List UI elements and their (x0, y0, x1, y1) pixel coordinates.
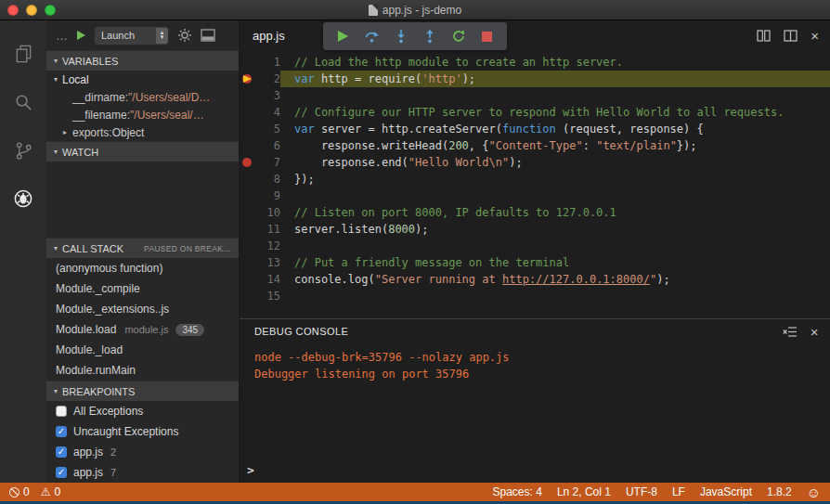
breakpoint-row[interactable]: ✓Uncaught Exceptions (46, 421, 239, 442)
breakpoint-gutter[interactable] (240, 271, 256, 288)
breakpoint-gutter[interactable] (240, 71, 256, 87)
split-editor-icon[interactable] (757, 30, 771, 42)
stop-button[interactable] (474, 24, 499, 48)
breakpoint-gutter[interactable] (240, 137, 256, 154)
breakpoints-section-title: BREAKPOINTS (62, 386, 135, 397)
code-text[interactable] (280, 187, 830, 204)
close-editor-icon[interactable]: × (811, 29, 819, 43)
launch-config-select[interactable]: Launch ▲ ▼ (94, 26, 169, 45)
call-stack-frame[interactable]: Module.loadmodule.js345 (46, 319, 239, 340)
call-stack-frame[interactable]: Module.runMain (46, 360, 239, 381)
breakpoint-checkbox[interactable]: ✓ (56, 446, 67, 458)
step-out-button[interactable] (417, 24, 442, 48)
code-text[interactable]: server.listen(8000); (280, 221, 830, 238)
breakpoint-gutter[interactable] (240, 221, 256, 238)
code-token: }); (677, 139, 697, 152)
breakpoint-gutter[interactable] (240, 154, 256, 171)
breakpoint-checkbox[interactable]: ✓ (56, 426, 67, 437)
variable-row[interactable]: __dirname: "/Users/seal/D… (46, 88, 239, 106)
breakpoint-gutter[interactable] (240, 171, 256, 187)
breakpoint-row[interactable]: ✓app.js2 (46, 442, 239, 462)
watch-section-header[interactable]: ▾ WATCH (46, 141, 239, 162)
call-stack-frame[interactable]: (anonymous function) (46, 258, 239, 278)
workbench: … Launch ▲ ▼ (0, 20, 830, 483)
code-text[interactable]: response.writeHead(200, {"Content-Type":… (280, 137, 830, 154)
breakpoint-gutter[interactable] (240, 121, 256, 137)
breakpoint-gutter[interactable] (240, 254, 256, 271)
code-token: var (294, 72, 315, 85)
scope-local[interactable]: ▾ Local (46, 71, 239, 88)
search-icon[interactable] (0, 78, 46, 126)
breakpoint-gutter[interactable] (240, 54, 256, 71)
breakpoint-gutter[interactable] (240, 288, 256, 304)
close-window-button[interactable] (7, 5, 19, 16)
step-over-button[interactable] (359, 24, 384, 48)
errors-indicator[interactable]: 0 (9, 485, 30, 498)
code-text[interactable]: }); (280, 171, 830, 187)
editor-layout-icon[interactable] (784, 30, 798, 42)
status-item[interactable]: UTF-8 (626, 485, 657, 498)
code-text[interactable] (280, 238, 830, 254)
code-text[interactable]: // Load the http module to create an htt… (280, 54, 830, 71)
code-text[interactable]: // Put a friendly message on the termina… (280, 254, 830, 271)
tab-app-js[interactable]: app.js (240, 20, 298, 51)
code-editor[interactable]: 1// Load the http module to create an ht… (240, 51, 830, 318)
breakpoint-gutter[interactable] (240, 104, 256, 121)
line-number: 6 (256, 137, 280, 154)
warnings-indicator[interactable]: ⚠ 0 (41, 485, 60, 498)
line-number: 12 (256, 238, 280, 254)
breakpoints-section-header[interactable]: ▾ BREAKPOINTS (46, 381, 239, 401)
start-debug-button[interactable] (77, 27, 85, 44)
variables-section-header[interactable]: ▾ VARIABLES (46, 50, 239, 71)
call-stack-frame[interactable]: Module._extensions..js (46, 299, 239, 319)
overflow-menu[interactable]: … (56, 29, 69, 43)
status-item[interactable]: JavaScript (700, 485, 752, 498)
variable-row[interactable]: __filename: "/Users/seal/… (46, 106, 239, 123)
code-text[interactable]: response.end("Hello World\n"); (280, 154, 830, 171)
error-count: 0 (23, 485, 30, 498)
breakpoint-gutter[interactable] (240, 238, 256, 254)
debug-icon[interactable] (0, 174, 46, 223)
breakpoint-label: app.js (73, 446, 103, 459)
breakpoint-row[interactable]: ✓app.js7 (46, 462, 239, 483)
minimize-window-button[interactable] (26, 5, 37, 16)
breakpoint-gutter[interactable] (240, 204, 256, 221)
console-actions: × (783, 325, 819, 339)
code-text[interactable] (280, 288, 830, 304)
status-item[interactable]: LF (672, 485, 685, 498)
restart-button[interactable] (446, 24, 471, 48)
debug-console-toggle-icon[interactable] (201, 29, 215, 42)
code-token: response.writeHead( (294, 139, 448, 152)
call-stack-section-header[interactable]: ▾ CALL STACK PAUSED ON BREAK… (46, 238, 239, 258)
breakpoint-gutter[interactable] (240, 87, 256, 104)
status-item[interactable]: Spaces: 4 (493, 485, 542, 498)
code-text[interactable]: console.log("Server running at http://12… (280, 271, 830, 288)
feedback-smiley-icon[interactable]: ☺ (807, 485, 821, 499)
code-text[interactable]: // Listen on port 8000, IP defaults to 1… (280, 204, 830, 221)
twisty-icon: ▾ (54, 57, 58, 65)
status-item[interactable]: 1.8.2 (767, 485, 792, 498)
call-stack-frame[interactable]: Module._compile (46, 278, 239, 299)
clear-console-icon[interactable] (783, 326, 798, 338)
code-text[interactable]: var server = http.createServer(function … (280, 121, 830, 137)
code-text[interactable] (280, 87, 830, 104)
configure-gear-icon[interactable] (177, 28, 192, 43)
explorer-icon[interactable] (0, 30, 46, 78)
zoom-window-button[interactable] (45, 5, 56, 16)
git-branch-icon[interactable] (0, 126, 46, 174)
status-item[interactable]: Ln 2, Col 1 (557, 485, 611, 498)
breakpoint-checkbox[interactable] (56, 406, 67, 417)
step-into-button[interactable] (388, 24, 413, 48)
console-input-prompt[interactable]: > (247, 463, 254, 477)
breakpoint-row[interactable]: All Exceptions (46, 401, 239, 421)
twisty-collapsed-icon[interactable]: ▸ (63, 128, 71, 136)
breakpoint-gutter[interactable] (240, 187, 256, 204)
close-console-icon[interactable]: × (811, 325, 819, 339)
variable-row[interactable]: ▸exports: Object (46, 123, 239, 141)
call-stack-frame[interactable]: Module._load (46, 340, 239, 360)
breakpoint-checkbox[interactable]: ✓ (56, 467, 67, 478)
code-text[interactable]: // Configure our HTTP server to respond … (280, 104, 830, 121)
continue-button[interactable] (331, 24, 356, 48)
code-text[interactable]: var http = require('http'); (280, 71, 830, 87)
continue-icon (338, 31, 348, 42)
